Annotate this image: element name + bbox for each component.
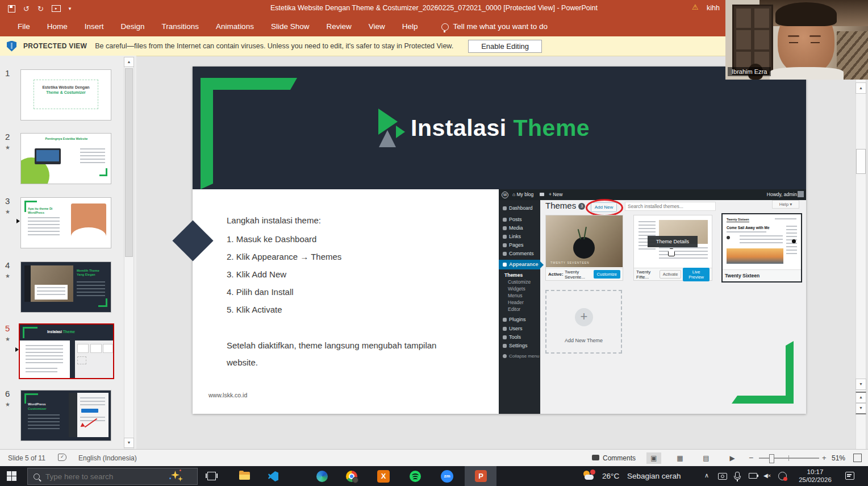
wp-submenu-menus: Menus	[508, 293, 523, 298]
task-view-button[interactable]	[206, 470, 218, 483]
language-indicator[interactable]: English (Indonesia)	[78, 454, 137, 462]
plus-icon: +	[575, 308, 593, 326]
tab-slideshow[interactable]: Slide Show	[262, 17, 318, 36]
thumb-star-5: ★	[5, 336, 10, 342]
tab-home[interactable]: Home	[39, 17, 76, 36]
wp-active-theme-caption: TWENTY SEVENTEEN	[550, 261, 590, 264]
slide-sorter-view-button[interactable]: ▦	[673, 452, 687, 464]
zoom-slider-track[interactable]	[759, 458, 819, 459]
thumbnail-scroll-down-button[interactable]: ▼	[124, 438, 134, 448]
zoom-slider-thumb[interactable]	[769, 454, 774, 463]
fit-slide-to-window-button[interactable]	[853, 454, 862, 462]
tab-animations[interactable]: Animations	[207, 17, 262, 36]
wp-menu-settings: Settings	[509, 343, 528, 348]
protected-view-label: PROTECTED VIEW	[23, 42, 87, 50]
windows-taskbar: X zm P 26°C Sebagian cerah ∧ ◀× 10:17	[0, 466, 868, 486]
spellcheck-icon[interactable]: ✓	[58, 454, 66, 461]
lightbulb-icon	[441, 23, 449, 31]
main-scrollbar-thumb[interactable]	[856, 149, 866, 174]
logo-gray-triangle	[379, 130, 396, 147]
thumb-star-3: ★	[5, 209, 10, 215]
slide-thumbnail-2[interactable]: Pentingnya Estetika Website	[20, 133, 111, 184]
weather-icon[interactable]	[583, 470, 596, 482]
tray-camera-icon[interactable]	[718, 473, 727, 480]
zoom-out-button[interactable]: −	[749, 453, 753, 462]
previous-slide-button[interactable]: ▲	[856, 392, 866, 403]
tab-insert[interactable]: Insert	[76, 17, 112, 36]
main-scroll-up-button[interactable]: ▲	[856, 82, 866, 94]
wp-add-new-theme-box: + Add New Theme	[545, 290, 622, 354]
thumb2-title: Pentingnya Estetika Website	[38, 137, 95, 140]
slide-thumbnail-4[interactable]: Memilih Theme Yang Elegan	[20, 261, 111, 313]
chrome-notification-badge	[352, 477, 358, 483]
wp-submenu-editor: Editor	[508, 306, 520, 312]
search-input[interactable]	[44, 472, 160, 481]
participant-name-tag: Ibrahim Ezra	[728, 67, 771, 76]
tray-chevron-icon[interactable]: ∧	[704, 472, 709, 479]
search-highlights-icon[interactable]	[169, 470, 183, 483]
wp-menu-pages: Pages	[509, 242, 524, 248]
slide-position[interactable]: Slide 5 of 11	[8, 454, 45, 462]
tab-view[interactable]: View	[360, 17, 394, 36]
clock-date: 25/02/2026	[795, 476, 835, 484]
thumb6-title: WordPress	[28, 402, 46, 406]
comments-button[interactable]: Comments	[603, 454, 636, 462]
file-explorer-icon[interactable]	[239, 470, 251, 483]
slide-canvas[interactable]: Instalasi Theme Langkah instalasi theme:…	[193, 67, 806, 414]
wp-theme-details-overlay: Theme Details	[648, 236, 698, 247]
tab-review[interactable]: Review	[318, 17, 360, 36]
thumb5-title: Instalasi	[47, 330, 62, 334]
taskbar-clock[interactable]: 10:17 25/02/2026	[795, 468, 835, 484]
thumb1-title: Estetika Website Dengan	[42, 85, 89, 89]
weather-desc[interactable]: Sebagian cerah	[627, 472, 681, 480]
tray-battery-icon[interactable]	[749, 473, 757, 479]
vscode-icon[interactable]	[267, 470, 279, 483]
zoom-app-icon[interactable]: zm	[441, 470, 453, 483]
slide-thumbnail-5-selected[interactable]: Instalasi Theme	[19, 323, 114, 379]
search-icon	[34, 473, 40, 480]
powerpoint-taskbar-button-active[interactable]: P	[465, 466, 496, 486]
start-button[interactable]	[7, 471, 16, 481]
enable-editing-button[interactable]: Enable Editing	[468, 40, 542, 53]
tab-design[interactable]: Design	[112, 17, 153, 36]
wp-sidebar: Dashboard Posts Media Links Pages Commen…	[499, 200, 540, 414]
spotify-icon[interactable]	[409, 470, 422, 483]
zoom-in-button[interactable]: +	[822, 454, 827, 462]
slide-thumbnail-3[interactable]: Apa itu theme Di WordPress	[20, 197, 111, 248]
taskbar-search-box[interactable]	[27, 468, 198, 485]
tab-help[interactable]: Help	[394, 17, 427, 36]
wp-logo-icon: W	[502, 192, 508, 198]
tray-screen-record-icon[interactable]	[778, 472, 787, 480]
thumbnail-scroll-up-button[interactable]: ▲	[124, 57, 134, 67]
wp-theme-card-2: Theme Details Twenty Fifte... Activate L…	[633, 215, 712, 281]
tab-file[interactable]: File	[9, 17, 39, 36]
weather-temp[interactable]: 26°C	[602, 472, 619, 480]
tab-transitions[interactable]: Transitions	[153, 17, 208, 36]
main-scroll-down-button[interactable]: ▼	[856, 379, 866, 390]
slide-thumbnail-6[interactable]: WordPress Customizer	[20, 390, 111, 441]
thumbnail-scrollbar-thumb[interactable]	[125, 68, 133, 257]
edge-icon[interactable]	[316, 470, 328, 483]
main-scrollbar-track[interactable]	[856, 56, 866, 450]
tell-me-box[interactable]: Tell me what you want to do	[449, 17, 557, 36]
reading-view-button[interactable]: ▤	[699, 452, 713, 464]
wp-theme3-headline: Come Sail Away with Me	[727, 226, 770, 230]
slide-thumbnail-pane: 1 Estetika Website Dengan Theme & Costum…	[0, 56, 136, 449]
thumb-star-6: ★	[5, 401, 10, 408]
action-center-icon[interactable]	[845, 472, 854, 480]
slide-thumbnail-1[interactable]: Estetika Website Dengan Theme & Costumiz…	[20, 69, 111, 121]
wp-page-title: Themes	[545, 201, 576, 210]
chrome-icon[interactable]	[345, 470, 358, 483]
xampp-icon[interactable]: X	[377, 470, 390, 483]
slide-step-2: 2. Klik Appearance → Themes	[227, 252, 341, 261]
normal-view-button[interactable]: ▣	[646, 452, 661, 464]
comments-bubble-icon[interactable]	[592, 455, 599, 460]
tray-volume-muted-icon[interactable]: ◀×	[763, 472, 771, 479]
warning-icon: ⚠	[692, 3, 699, 11]
wp-menu-collapse: Collapse menu	[509, 354, 539, 359]
zoom-level[interactable]: 51%	[832, 454, 845, 462]
webcam-overlay[interactable]: Ibrahim Ezra	[725, 0, 868, 80]
next-slide-button[interactable]: ▼	[856, 403, 866, 414]
slideshow-view-button[interactable]: ▶	[725, 452, 740, 464]
tray-microphone-icon[interactable]	[735, 472, 740, 478]
